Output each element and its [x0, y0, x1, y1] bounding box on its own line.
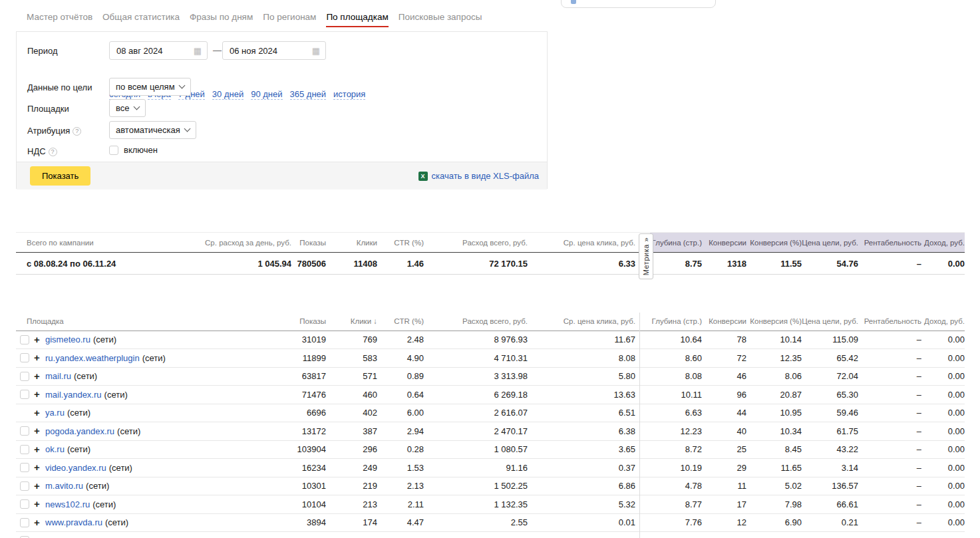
row-checkbox[interactable] [20, 445, 29, 454]
expand-plus-icon[interactable]: + [33, 445, 41, 454]
cell-value: 4 710.31 [424, 349, 528, 368]
attribution-select[interactable]: автоматическая [109, 121, 196, 139]
quick-range-link[interactable]: 30 дней [212, 89, 244, 100]
platform-link[interactable]: mail.yandex.ru [45, 390, 102, 400]
cell-value: – [858, 386, 921, 404]
calendar-icon[interactable]: ▦ [194, 47, 202, 55]
quick-range-link[interactable]: 90 дней [251, 89, 282, 100]
cell-value: 0.00 [921, 422, 965, 441]
report-tab[interactable]: Мастер отчётов [27, 12, 92, 27]
expand-plus-icon[interactable]: + [33, 408, 41, 418]
col-header[interactable]: Ср. цена клика, руб. [528, 313, 635, 331]
cell-value: – [858, 459, 921, 477]
col-header[interactable]: Площадка [16, 313, 291, 331]
help-icon[interactable]: ? [49, 148, 57, 156]
row-checkbox[interactable] [20, 335, 29, 344]
cell-value: 96 [702, 386, 746, 404]
table-row: +mail.ru(сети)638175710.893 313.985.808.… [16, 367, 965, 386]
cell-value: 10.14 [746, 331, 802, 349]
col-header[interactable]: Цена цели, руб. [802, 313, 858, 331]
cell-value: 0.00 [921, 349, 965, 368]
col-header[interactable]: Доход, руб. [921, 313, 965, 331]
divider-cell [635, 386, 650, 404]
col-header[interactable]: Конверсии [702, 313, 746, 331]
expand-plus-icon[interactable]: + [33, 463, 41, 472]
expand-plus-icon[interactable]: + [33, 353, 41, 362]
row-checkbox[interactable] [20, 426, 29, 436]
cell-value: 10.64 [650, 331, 702, 349]
cell-value: 3.14 [802, 459, 858, 477]
expand-plus-icon[interactable]: + [33, 426, 41, 436]
cell-value: 10301 [291, 477, 326, 495]
report-tab[interactable]: Поисковые запросы [399, 12, 482, 27]
platform-link[interactable]: video.yandex.ru [45, 463, 106, 473]
download-xls-label: скачать в виде XLS-файла [432, 171, 540, 181]
help-icon[interactable]: ? [73, 127, 81, 136]
col-header[interactable]: Конверсия (%) [746, 313, 802, 331]
col-header[interactable]: Глубина (стр.) [650, 313, 702, 331]
platform-link[interactable]: m.avito.ru [45, 481, 83, 491]
report-tab[interactable]: По регионам [263, 12, 316, 27]
platform-link[interactable]: news102.ru [45, 499, 90, 509]
expand-plus-icon[interactable]: + [33, 518, 41, 527]
cropped-top-toolbar[interactable] [561, 0, 716, 8]
date-to-input[interactable]: 06 ноя 2024 ▦ [222, 41, 326, 60]
platform-name-cell: +mail.yandex.ru(сети) [16, 386, 291, 404]
col-header[interactable]: Расход всего, руб. [424, 313, 528, 331]
chevron-down-icon [178, 82, 185, 89]
col-header[interactable]: Клики ↓ [326, 313, 377, 331]
col-header[interactable]: Показы [291, 313, 326, 331]
calendar-icon[interactable]: ▦ [312, 47, 320, 55]
expand-plus-icon[interactable]: + [33, 335, 41, 344]
row-checkbox[interactable] [20, 481, 29, 491]
cell-value: 7.76 [650, 513, 702, 532]
summary-value: 1 045.94 [169, 253, 291, 275]
summary-col-header: Доход, руб. [921, 233, 965, 253]
cell-value: 460 [326, 386, 377, 404]
expand-plus-icon[interactable]: + [33, 499, 41, 509]
platform-link[interactable]: ok.ru [45, 444, 65, 454]
goal-select[interactable]: по всем целям [109, 78, 191, 96]
show-button[interactable]: Показать [30, 166, 90, 186]
quick-range-link[interactable]: 365 дней [290, 89, 327, 100]
platform-link[interactable]: gismeteo.ru [45, 335, 90, 344]
platform-name-cell: +news102.ru(сети) [16, 495, 291, 514]
expand-plus-icon[interactable]: + [33, 390, 41, 399]
row-checkbox[interactable] [20, 353, 29, 362]
row-checkbox[interactable] [20, 463, 29, 472]
col-header[interactable]: CTR (%) [377, 313, 424, 331]
row-checkbox[interactable] [20, 372, 29, 381]
expand-plus-icon[interactable]: + [33, 481, 41, 491]
platform-name-wrap: +mail.ru(сети) [16, 371, 291, 381]
cell-value: 4.47 [377, 513, 424, 532]
quick-range-link[interactable]: история [333, 89, 365, 100]
platform-link[interactable]: www.pravda.ru [45, 517, 102, 527]
row-checkbox[interactable] [20, 499, 29, 509]
col-header[interactable]: Рентабельность [858, 313, 921, 331]
platform-link[interactable]: ru.yandex.weatherplugin [45, 353, 140, 363]
platform-link[interactable]: ya.ru [45, 408, 65, 418]
row-checkbox[interactable] [20, 390, 29, 399]
cell-value: 136.57 [802, 477, 858, 495]
report-tab[interactable]: Общая статистика [102, 12, 180, 27]
report-tab[interactable]: По площадкам [326, 12, 388, 27]
cell-value: – [858, 495, 921, 514]
platform-link[interactable]: mail.ru [45, 371, 71, 381]
download-xls-link[interactable]: X скачать в виде XLS-файла [418, 171, 540, 181]
cell-value: 5.02 [746, 477, 802, 495]
expand-plus-icon[interactable]: + [33, 372, 41, 381]
report-tab[interactable]: Фразы по дням [190, 12, 253, 27]
platform-suffix: (сети) [109, 463, 132, 473]
platform-name-cell: +gismeteo.ru(сети) [16, 331, 291, 349]
metrika-toggle-tab[interactable]: Метрика » [639, 233, 653, 279]
platform-suffix: (сети) [67, 408, 90, 418]
platforms-select[interactable]: все [109, 99, 146, 117]
cell-value: 0.64 [377, 386, 424, 404]
vat-checkbox[interactable] [109, 146, 118, 155]
row-checkbox[interactable] [20, 518, 29, 527]
cell-value: 0.00 [921, 459, 965, 477]
platform-name-wrap: +news102.ru(сети) [16, 499, 291, 509]
platform-link[interactable]: pogoda.yandex.ru [45, 426, 114, 436]
date-from-input[interactable]: 08 авг 2024 ▦ [109, 41, 208, 60]
platform-suffix: (сети) [117, 426, 140, 436]
